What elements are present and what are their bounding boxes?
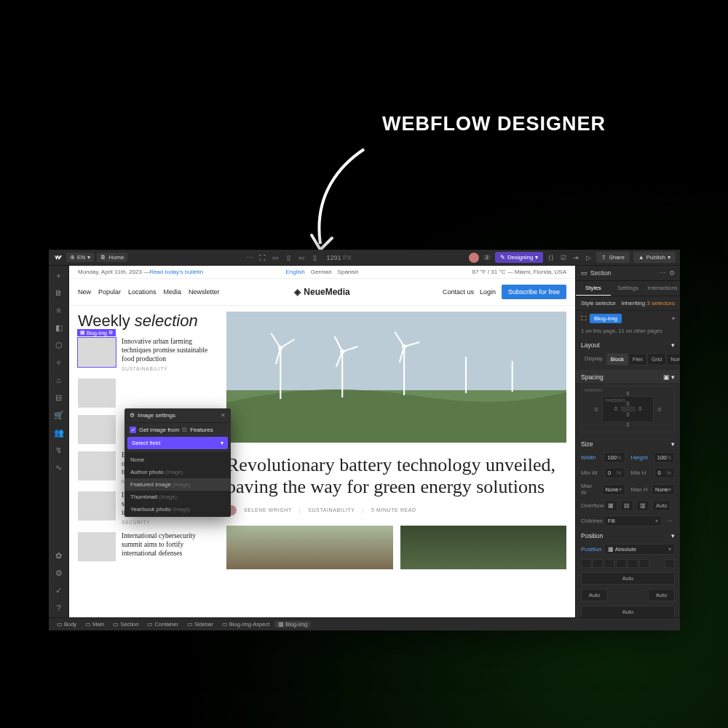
blog-img[interactable] [78, 532, 116, 561]
pos-top-auto[interactable]: Auto [581, 572, 675, 585]
design-canvas[interactable]: Monday, April 11th, 2023 — Read today's … [69, 266, 575, 617]
display-none[interactable]: None [666, 353, 680, 365]
display-grid[interactable]: Grid [647, 353, 666, 365]
gear-icon[interactable]: ⚙ [108, 330, 113, 336]
settings-icon[interactable]: ⚙ [54, 568, 64, 578]
code-icon[interactable]: ⟨⟩ [547, 253, 555, 262]
pos-preset[interactable] [581, 559, 591, 568]
crumb-aspect[interactable]: ▭Blog-Img-Aspect [218, 621, 273, 628]
hero-image[interactable] [226, 312, 566, 443]
avatar[interactable] [469, 253, 479, 263]
selection-tag[interactable]: ▦Blog-Img⚙ [77, 329, 116, 336]
pos-bottom-auto[interactable]: Auto [581, 606, 675, 617]
list-item[interactable]: International cybersecurity summit aims … [78, 532, 216, 561]
width-input[interactable]: 100% [604, 452, 625, 463]
more-icon[interactable]: ⋯ [245, 253, 253, 262]
overflow-auto[interactable]: Auto [652, 500, 670, 511]
users-icon[interactable]: 👥 [54, 427, 64, 438]
spacing-editor[interactable]: MARGIN 0 0 PADDING 0 00 0 0 0 [581, 386, 675, 432]
audits-icon[interactable]: ∿ [54, 462, 64, 472]
minh-input[interactable]: 0% [654, 467, 676, 478]
maxh-input[interactable]: None▾ [652, 484, 675, 495]
publish-button[interactable]: ▲Publish▾ [633, 252, 676, 263]
chevron-down-icon[interactable]: ▾ [671, 341, 675, 349]
tab-styles[interactable]: Styles [576, 281, 611, 296]
help-icon[interactable]: ? [54, 603, 64, 613]
gallery-image[interactable] [400, 526, 567, 569]
bulletin-link[interactable]: Read today's bulletin [149, 269, 203, 275]
panel-settings-icon[interactable]: ⚙ [669, 269, 675, 277]
pos-preset[interactable] [628, 559, 638, 568]
pos-preset[interactable] [639, 559, 649, 568]
overflow-hidden[interactable]: ▤ [620, 500, 633, 511]
crumb-blog-img[interactable]: ▦Blog-Img [274, 621, 311, 628]
blog-img[interactable] [78, 451, 116, 480]
maxw-input[interactable]: None▾ [602, 484, 625, 495]
logic-icon[interactable]: ↯ [54, 445, 64, 455]
nav-locations[interactable]: Locations [128, 288, 157, 296]
chevron-down-icon[interactable]: ▾ [671, 440, 675, 448]
locale-dropdown[interactable]: ⊕EN▾ [66, 253, 94, 262]
height-input[interactable]: 100% [654, 452, 675, 463]
blog-img[interactable] [78, 415, 116, 444]
blog-img[interactable] [78, 491, 116, 521]
chevron-down-icon[interactable]: ▾ [672, 315, 675, 322]
checkbox-icon[interactable]: ✓ [130, 427, 136, 433]
option-none[interactable]: None [124, 454, 231, 466]
play-icon[interactable]: ▷ [584, 253, 593, 262]
crumb-main[interactable]: ▭Main [82, 621, 108, 628]
display-block[interactable]: Block [606, 353, 628, 365]
nav-media[interactable]: Media [164, 288, 182, 296]
brand-logo[interactable]: ◈NeueMedia [294, 287, 349, 297]
navigator-icon[interactable]: ≡ [54, 305, 64, 315]
overflow-scroll[interactable]: ▥ [636, 500, 649, 511]
chevron-down-icon[interactable]: ▾ [671, 532, 675, 539]
cms-icon[interactable]: ⊟ [54, 392, 64, 403]
designing-mode-button[interactable]: ✎Designing▾ [495, 252, 544, 263]
assets-icon[interactable]: ⌂ [54, 375, 64, 385]
option-thumbnail[interactable]: Thumbnail (Image) [124, 491, 231, 503]
overflow-visible[interactable]: ▦ [604, 500, 617, 511]
nav-popular[interactable]: Popular [98, 288, 121, 296]
crumb-container[interactable]: ▭Container [143, 621, 182, 628]
variables-icon[interactable]: ⬡ [54, 340, 64, 350]
apps-icon[interactable]: ✿ [54, 550, 64, 561]
children-more-icon[interactable]: ⋯ [665, 518, 675, 524]
share-button[interactable]: ⇪Share [596, 252, 629, 263]
list-item[interactable] [78, 379, 216, 408]
crumb-sidebar[interactable]: ▭Sidebar [183, 621, 217, 628]
pages-icon[interactable]: 🗎 [54, 288, 64, 298]
nav-newsletter[interactable]: Newsletter [189, 288, 220, 296]
option-yearbook-photo[interactable]: Yearbook photo (Image) [124, 503, 231, 515]
checkbox-icon[interactable]: ☑ [559, 253, 568, 262]
mobile-icon[interactable]: ▯ [310, 253, 319, 262]
components-icon[interactable]: ◧ [54, 323, 64, 333]
minw-input[interactable]: 0% [604, 467, 625, 478]
add-element-icon[interactable]: ＋ [54, 270, 64, 280]
position-select[interactable]: ▦ Absolute▾ [604, 544, 675, 555]
option-author-photo[interactable]: Author photo (Image) [124, 466, 231, 478]
gallery-image[interactable] [226, 526, 393, 569]
blog-img[interactable] [78, 379, 116, 408]
close-icon[interactable]: ✕ [221, 412, 226, 419]
styles-icon[interactable]: ✧ [54, 357, 64, 368]
display-flex[interactable]: Flex [628, 353, 647, 365]
children-input[interactable]: Fill▾ [604, 515, 662, 526]
contact-link[interactable]: Contact us [443, 288, 474, 296]
crumb-body[interactable]: ▭Body [53, 621, 80, 628]
pos-preset[interactable] [593, 559, 603, 568]
lang-english[interactable]: English [285, 269, 304, 275]
expand-icon[interactable]: ⛶ [258, 253, 266, 262]
breakpoint-icon[interactable]: ⛶ [581, 315, 587, 322]
spacing-lock-icon[interactable]: ▣ [663, 373, 670, 381]
list-item[interactable]: ▦Blog-Img⚙ Innovative urban farming tech… [78, 338, 216, 371]
login-link[interactable]: Login [480, 288, 496, 296]
lang-german[interactable]: German [311, 269, 332, 275]
field-select[interactable]: Select field▾ [127, 437, 228, 449]
chevron-down-icon[interactable]: ▾ [671, 373, 675, 381]
tablet-icon[interactable]: ▯ [284, 253, 293, 262]
pos-preset[interactable] [616, 559, 626, 568]
inheriting-link[interactable]: 3 selectors [646, 300, 675, 306]
mobile-landscape-icon[interactable]: ▭ [297, 253, 306, 262]
tab-interactions[interactable]: Interactions [645, 281, 680, 296]
